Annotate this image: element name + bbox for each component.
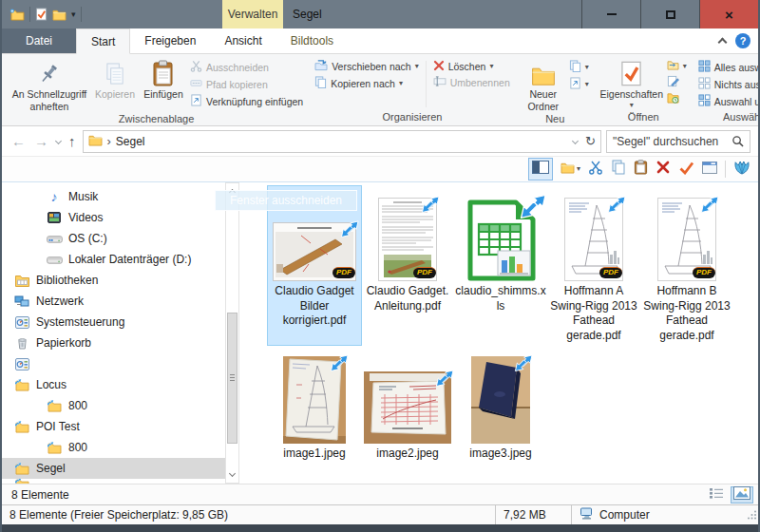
file-image1-jpeg[interactable]: image1.jpeg — [268, 349, 361, 464]
file-claudio-gadget-anleitung-pdf[interactable]: PDFClaudio Gadget. Anleitung.pdf — [361, 186, 454, 345]
pin-quick-access-button[interactable]: An Schnellzugriff anheften — [8, 57, 91, 113]
sidebar-item-musik[interactable]: ♪Musik — [2, 186, 225, 207]
new-item-button[interactable]: ▾ — [569, 60, 589, 74]
sidebar-item-poi-test[interactable]: POI Test — [2, 416, 225, 437]
paste-button[interactable] — [634, 160, 648, 179]
easy-access-button[interactable]: ▾ — [569, 77, 589, 91]
file-thumbnail — [471, 356, 530, 444]
toggle-panel-button[interactable] — [528, 158, 553, 180]
recent-locations-icon[interactable] — [55, 138, 62, 144]
sidebar-item-netzwerk[interactable]: Netzwerk — [2, 291, 225, 312]
sidebar-item-lokaler-datentr-ger-d[interactable]: Lokaler Datenträger (D:) — [2, 249, 225, 270]
sidebar-item-systemsteuerung[interactable]: Systemsteuerung — [2, 312, 225, 332]
sidebar-item-800[interactable]: 800 — [2, 395, 225, 416]
file-thumbnail: PDF — [657, 198, 716, 281]
close-icon: × — [725, 8, 733, 22]
properties-button[interactable]: Eigenschaften ▾ — [598, 57, 665, 110]
sidebar-item-os-c[interactable]: OS (C:) — [2, 228, 225, 249]
sidebar-item-label: 800 — [68, 441, 87, 454]
window-controls: × — [581, 0, 758, 28]
sidebar-item-locus[interactable]: Locus — [2, 374, 225, 395]
pdf-badge: PDF — [413, 267, 436, 278]
sidebar-item-800[interactable]: 800 — [2, 437, 225, 458]
forward-button[interactable]: → — [32, 134, 50, 148]
folder-icon[interactable] — [52, 9, 66, 21]
file-hoffmann-a-swing-rigg-2013-fathead-gerade-pdf[interactable]: PDFHoffmann A Swing-Rigg 2013 Fathead ge… — [547, 186, 640, 345]
new-folder-icon[interactable] — [10, 9, 25, 21]
folder-options-button[interactable]: ▾ — [560, 161, 580, 178]
paste-button[interactable]: Einfügen — [139, 57, 188, 102]
delete-button[interactable]: Löschen ▾ — [433, 60, 510, 73]
breadcrumb-segel[interactable]: Segel — [116, 135, 145, 148]
resize-grip-icon[interactable] — [746, 509, 757, 523]
help-button[interactable]: ? — [735, 33, 750, 48]
copy-path-button[interactable]: Pfad kopieren — [190, 77, 303, 91]
new-folder-button[interactable]: Neuer Ordner — [520, 57, 567, 113]
chevron-down-icon: ▾ — [630, 102, 634, 109]
classic-shell-button[interactable] — [733, 160, 750, 179]
up-button[interactable]: ↑ — [66, 134, 78, 148]
ghost-tooltip: Fenster ausschneiden — [215, 190, 357, 211]
file-claudio-shimms-xls[interactable]: claudio_shimms.x ls — [454, 186, 547, 345]
edit-button[interactable] — [667, 75, 687, 89]
rename-button[interactable]: Umbenennen — [433, 76, 510, 88]
tab-ansicht[interactable]: Ansicht — [210, 28, 276, 53]
scroll-down-button[interactable] — [226, 467, 238, 483]
delete-button[interactable] — [656, 160, 671, 179]
file-hoffmann-b-swing-rigg-2013-fathead-gerade-pdf[interactable]: PDFHoffmann B Swing-Rigg 2013 Fathead ge… — [640, 186, 733, 345]
folder-sync-icon — [13, 379, 30, 391]
file-image2-jpeg[interactable]: image2.jpeg — [361, 349, 454, 464]
copy-to-button[interactable]: Kopieren nach ▾ — [314, 76, 419, 90]
move-to-button[interactable]: Verschieben nach ▾ — [314, 60, 419, 73]
paste-shortcut-button[interactable]: Verknüpfung einfügen — [190, 94, 303, 108]
separator — [29, 7, 30, 22]
properties-button[interactable] — [678, 161, 694, 179]
search-input[interactable]: "Segel" durchsuchen — [606, 130, 750, 153]
copy-button[interactable] — [611, 160, 626, 179]
copy-icon — [611, 160, 626, 179]
cut-button[interactable]: Ausschneiden — [190, 60, 303, 74]
open-icon — [667, 60, 679, 72]
properties-check-icon[interactable] — [35, 8, 48, 21]
invert-selection-button[interactable]: Auswahl umkehren — [698, 94, 760, 108]
back-button[interactable]: ← — [10, 134, 28, 148]
sidebar-item-unlabeled[interactable] — [2, 479, 225, 484]
sidebar-item-segel[interactable]: Segel — [2, 458, 225, 479]
ribbon-collapse-icon[interactable] — [718, 38, 728, 48]
file-image3-jpeg[interactable]: image3.jpeg — [454, 349, 547, 464]
sidebar-scrollbar[interactable] — [225, 182, 239, 484]
sidebar-item-bibliotheken[interactable]: Bibliotheken — [2, 270, 225, 291]
address-bar[interactable]: › Segel ↻ — [83, 130, 602, 153]
open-button[interactable]: ▾ — [667, 60, 687, 72]
address-dropdown-icon[interactable] — [572, 138, 579, 144]
history-button[interactable] — [667, 92, 687, 105]
close-button[interactable]: × — [699, 0, 758, 28]
qat-dropdown-icon[interactable]: ▾ — [71, 10, 76, 19]
copy-button[interactable]: Kopieren — [91, 57, 139, 102]
maximize-button[interactable] — [640, 0, 699, 28]
sidebar-item-papierkorb[interactable]: Papierkorb — [2, 332, 225, 353]
sidebar-item-unlabeled[interactable] — [2, 353, 225, 374]
minimize-button[interactable] — [581, 0, 640, 28]
tab-datei[interactable]: Datei — [2, 28, 76, 53]
tab-freigeben[interactable]: Freigeben — [130, 28, 210, 53]
control-panel-icon — [13, 316, 30, 329]
details-view-button[interactable] — [705, 486, 728, 504]
select-none-button[interactable]: Nichts auswählen — [698, 77, 760, 91]
thumbnails-view-button[interactable] — [731, 486, 753, 504]
copy-to-label: Kopieren nach — [331, 78, 395, 89]
tab-start[interactable]: Start — [76, 28, 130, 54]
contextual-tab-verwalten[interactable]: Verwalten — [222, 0, 283, 28]
refresh-icon[interactable]: ↻ — [585, 135, 596, 147]
sidebar-item-videos[interactable]: Videos — [2, 207, 225, 228]
email-button[interactable] — [702, 161, 717, 178]
drive-icon — [46, 255, 63, 265]
tab-bildtools[interactable]: Bildtools — [276, 28, 348, 53]
select-all-button[interactable]: Alles auswählen — [698, 60, 760, 74]
scrollbar-thumb[interactable] — [227, 313, 238, 444]
select-none-icon — [698, 77, 711, 91]
file-name: Hoffmann A Swing-Rigg 2013 Fathead gerad… — [550, 284, 636, 343]
group-auswaehlen: Alles auswählen Nichts auswählen Auswahl… — [693, 55, 760, 125]
cut-button[interactable] — [588, 160, 603, 179]
address-row: ← → ↑ › Segel ↻ "Segel" durchsuchen — [2, 126, 758, 157]
